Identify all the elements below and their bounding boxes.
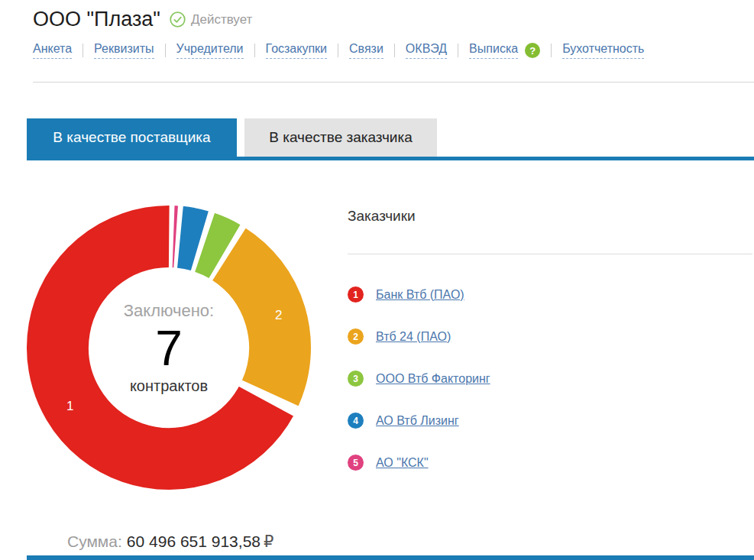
status-text: Действует (191, 12, 252, 28)
nav-separator (83, 44, 83, 57)
customer-link[interactable]: Втб 24 (ПАО) (376, 330, 451, 344)
nav-separator (254, 44, 255, 57)
legend-badge-1: 1 (348, 286, 364, 303)
nav-link-uchrediteli[interactable]: Учредители (176, 42, 244, 59)
customer-link[interactable]: АО "КСК" (376, 456, 429, 470)
customer-link[interactable]: ООО Втб Факторинг (376, 372, 490, 386)
donut-slice-2[interactable] (212, 227, 312, 406)
nav-link-rekvizity[interactable]: Реквизиты (94, 42, 154, 59)
status-badge: Действует (170, 11, 252, 28)
nav-separator (458, 44, 458, 57)
legend-badge-2: 2 (348, 329, 364, 345)
customers-legend: Заказчики 1 Банк Втб (ПАО) 2 Втб 24 (ПАО… (348, 208, 752, 484)
donut-svg: 12 (23, 195, 328, 500)
section-nav: Анкета Реквизиты Учредители Госзакупки С… (33, 42, 644, 59)
sum-value: 60 496 651 913,58 (127, 532, 261, 550)
page-title: ООО "Плаза" (33, 8, 160, 31)
legend-badge-3: 3 (348, 371, 364, 387)
nav-link-goszakupki[interactable]: Госзакупки (266, 42, 328, 59)
legend-title: Заказчики (348, 208, 752, 225)
help-icon[interactable]: ? (525, 43, 540, 58)
legend-row: 5 АО "КСК" (348, 442, 752, 484)
nav-separator (338, 44, 338, 57)
nav-link-vypiska[interactable]: Выписка (469, 42, 518, 59)
sum-label: Сумма: (67, 532, 122, 550)
nav-link-svyazi[interactable]: Связи (349, 42, 383, 59)
customer-link[interactable]: АО Втб Лизинг (376, 414, 459, 428)
total-sum: Сумма:60 496 651 913,58₽ (67, 532, 273, 551)
slice-number-label: 1 (66, 399, 73, 413)
tab-as-customer[interactable]: В качестве заказчика (244, 118, 437, 157)
nav-link-anketa[interactable]: Анкета (33, 42, 72, 59)
legend-divider (348, 254, 752, 254)
tab-as-supplier[interactable]: В качестве поставщика (27, 118, 237, 157)
ruble-sign: ₽ (264, 532, 273, 550)
legend-row: 1 Банк Втб (ПАО) (348, 274, 752, 316)
role-tabs: В качестве поставщика В качестве заказчи… (27, 118, 437, 157)
nav-separator (551, 44, 552, 57)
check-circle-icon (170, 11, 186, 28)
nav-link-buhotchetnost[interactable]: Бухотчетность (562, 42, 644, 59)
legend-row: 3 ООО Втб Факторинг (348, 358, 752, 400)
header-divider (33, 82, 754, 83)
tabs-underline (27, 157, 754, 160)
legend-badge-4: 4 (348, 413, 364, 429)
nav-separator (165, 44, 166, 57)
next-section-underline (27, 555, 754, 560)
legend-row: 4 АО Втб Лизинг (348, 400, 752, 442)
customer-link[interactable]: Банк Втб (ПАО) (376, 288, 464, 302)
nav-link-okved[interactable]: ОКВЭД (406, 42, 447, 59)
contracts-donut-chart: 12 Заключено: 7 контрактов (23, 195, 328, 500)
nav-separator (394, 44, 395, 57)
page-header: ООО "Плаза" Действует (33, 8, 252, 31)
slice-number-label: 2 (275, 308, 282, 322)
legend-badge-5: 5 (348, 455, 364, 471)
legend-row: 2 Втб 24 (ПАО) (348, 316, 752, 358)
